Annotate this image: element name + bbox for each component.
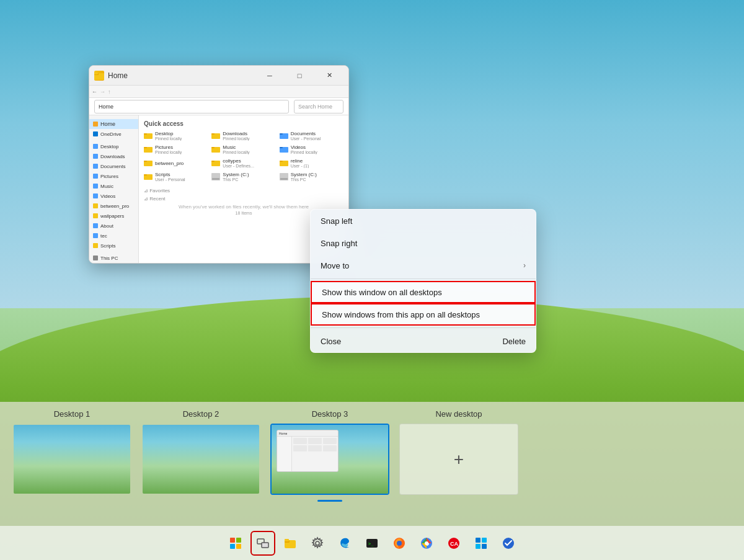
close-menu-item[interactable]: Close Delete — [311, 330, 536, 352]
file-name: Downloads — [223, 131, 249, 136]
list-item[interactable]: MusicPinned locally — [211, 144, 275, 154]
list-item[interactable]: VideosPinned locally — [280, 144, 343, 154]
file-explorer-icon[interactable] — [278, 531, 303, 556]
svg-rect-46 — [476, 538, 480, 543]
pictures-dot — [93, 174, 98, 179]
move-to-arrow: › — [523, 261, 526, 270]
minimize-button[interactable]: ─ — [255, 66, 284, 86]
todo-icon[interactable] — [496, 531, 521, 556]
sidebar-tec-label: tec — [100, 233, 107, 239]
sidebar-tec[interactable]: tec — [89, 231, 138, 241]
show-window-all-desktops-menu-item[interactable]: Show this window on all desktops — [311, 281, 536, 303]
desktop-2-thumb[interactable] — [141, 424, 260, 495]
sidebar-home[interactable]: Home — [89, 119, 138, 129]
list-item[interactable]: coltypesUser - Defines... — [211, 158, 275, 168]
snap-left-menu-item[interactable]: Snap left — [311, 210, 536, 232]
settings-icon[interactable] — [305, 531, 330, 556]
firefox-icon[interactable] — [387, 531, 412, 556]
windows-start-icon[interactable] — [223, 531, 248, 556]
window-controls[interactable]: ─ □ ✕ — [255, 66, 343, 86]
desktop-2-label: Desktop 2 — [183, 409, 219, 419]
videos-dot — [93, 193, 98, 198]
list-item[interactable]: ScriptsUser - Personal — [144, 172, 208, 182]
search-box[interactable]: Search Home — [294, 100, 343, 113]
close-button[interactable]: ✕ — [315, 66, 343, 86]
sidebar-downloads[interactable]: Downloads — [89, 151, 138, 161]
wallpapers-dot — [93, 213, 98, 218]
sidebar-videos-label: Videos — [100, 193, 115, 199]
new-desktop-button[interactable]: + — [399, 424, 518, 495]
terminal-icon[interactable]: >_ — [360, 531, 384, 556]
sidebar-videos[interactable]: Videos — [89, 191, 138, 201]
svg-text:CA: CA — [450, 541, 458, 547]
forward-icon[interactable]: → — [100, 89, 105, 95]
list-item[interactable]: System (C:)This PC — [211, 172, 275, 182]
sidebar-documents[interactable]: Documents — [89, 161, 138, 171]
file-grid: DesktopPinned locally DownloadsPinned lo… — [144, 131, 343, 182]
up-icon[interactable]: ↑ — [108, 89, 111, 95]
sidebar-thispc[interactable]: This PC — [89, 253, 138, 263]
list-item[interactable]: DesktopPinned locally — [144, 131, 208, 141]
new-desktop-item[interactable]: New desktop + — [399, 409, 518, 495]
sidebar-downloads-label: Downloads — [100, 154, 125, 159]
mini-file-2 — [308, 438, 322, 444]
desktop-3-indicator — [317, 500, 342, 502]
svg-rect-32 — [262, 543, 268, 548]
list-item[interactable]: relineUser - (1) — [280, 158, 343, 168]
sidebar-pictures[interactable]: Pictures — [89, 171, 138, 181]
sidebar-wallpapers-label: wallpapers — [100, 213, 124, 219]
onedrive-dot — [93, 131, 98, 136]
desktop-1-thumb[interactable] — [12, 424, 131, 495]
sidebar-music[interactable]: Music — [89, 181, 138, 191]
folder-pictures-icon — [144, 146, 153, 153]
new-desktop-plus-icon: + — [454, 450, 464, 469]
edge-icon[interactable] — [332, 531, 357, 556]
store-icon[interactable] — [469, 531, 494, 556]
desktop-2-item[interactable]: Desktop 2 — [141, 409, 260, 495]
drive-system-icon — [211, 173, 220, 180]
folder-reline-icon — [280, 159, 288, 167]
list-item[interactable]: DownloadsPinned locally — [211, 131, 275, 141]
file-sub: Pinned locally — [223, 150, 249, 154]
list-item[interactable]: PicturesPinned locally — [144, 144, 208, 154]
svg-rect-16 — [144, 161, 147, 162]
file-sub: This PC — [223, 177, 249, 182]
menu-separator-2 — [311, 327, 536, 328]
sidebar-documents-label: Documents — [100, 164, 125, 169]
snap-right-menu-item[interactable]: Snap right — [311, 232, 536, 254]
search-placeholder: Search Home — [298, 104, 332, 110]
can-icon[interactable]: CA — [441, 531, 466, 556]
back-icon[interactable]: ← — [92, 89, 97, 95]
list-item[interactable]: System (C:)This PC — [280, 172, 343, 182]
mini-content — [292, 437, 338, 472]
sidebar-scripts[interactable]: Scripts — [89, 241, 138, 251]
sidebar-about[interactable]: About — [89, 221, 138, 231]
list-item[interactable]: between_pro — [144, 158, 208, 168]
svg-rect-29 — [230, 544, 235, 549]
file-sub: Pinned locally — [291, 150, 317, 154]
chrome-icon[interactable] — [414, 531, 439, 556]
show-app-all-desktops-menu-item[interactable]: Show windows from this app on all deskto… — [311, 303, 536, 326]
list-item[interactable]: DocumentsUser - Personal — [280, 131, 343, 141]
svg-point-43 — [425, 541, 428, 545]
task-view-icon[interactable] — [250, 531, 275, 556]
file-sub: Pinned locally — [155, 136, 182, 141]
desktop-1-item[interactable]: Desktop 1 — [12, 409, 131, 495]
home-dot — [93, 122, 98, 127]
file-sub: User - Personal — [155, 177, 185, 182]
address-path[interactable]: Home — [94, 100, 289, 113]
address-bar: Home Search Home — [89, 98, 348, 115]
folder-between-icon — [144, 159, 153, 167]
file-name: Scripts — [155, 172, 185, 177]
maximize-button[interactable]: □ — [285, 66, 314, 86]
sidebar-onedrive[interactable]: OneDrive — [89, 129, 138, 139]
sidebar-desktop[interactable]: Desktop — [89, 141, 138, 151]
sidebar-between[interactable]: between_pro — [89, 201, 138, 211]
tec-dot — [93, 233, 98, 238]
mini-file-4 — [293, 445, 307, 451]
desktop-3-item[interactable]: Desktop 3 Home — [270, 409, 389, 502]
move-to-menu-item[interactable]: Move to › — [311, 254, 536, 277]
sidebar-wallpapers[interactable]: wallpapers — [89, 211, 138, 221]
file-name: Pictures — [155, 144, 182, 150]
desktop-3-thumb[interactable]: Home — [270, 424, 389, 495]
